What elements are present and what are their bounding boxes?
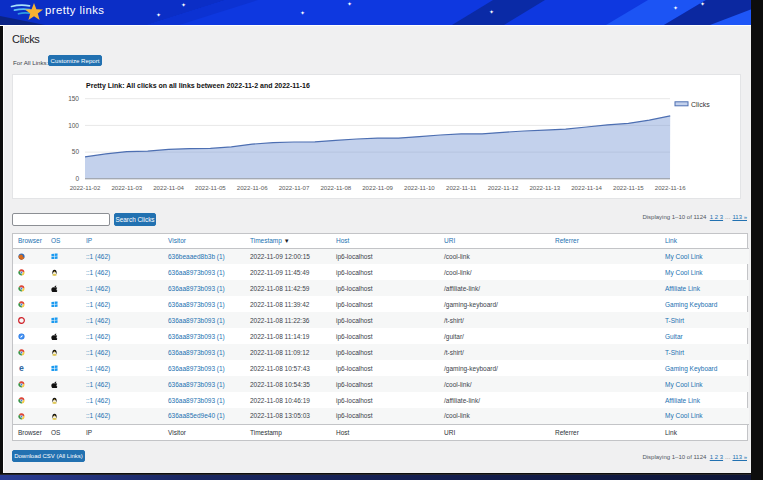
svg-text:2022-11-04: 2022-11-04	[153, 183, 184, 190]
svg-text:100: 100	[68, 121, 79, 128]
svg-text:2022-11-16: 2022-11-16	[655, 183, 686, 190]
svg-text:e: e	[19, 365, 24, 372]
svg-text:2022-11-11: 2022-11-11	[446, 183, 477, 190]
svg-text:2022-11-09: 2022-11-09	[362, 183, 393, 190]
svg-text:150: 150	[68, 95, 79, 102]
svg-text:2022-11-13: 2022-11-13	[529, 183, 560, 190]
svg-text:2022-11-10: 2022-11-10	[404, 183, 435, 190]
svg-text:50: 50	[72, 148, 80, 155]
svg-text:2022-11-14: 2022-11-14	[571, 183, 602, 190]
svg-text:0: 0	[75, 175, 79, 182]
svg-text:2022-11-05: 2022-11-05	[195, 183, 226, 190]
svg-text:Clicks: Clicks	[691, 101, 710, 108]
svg-text:2022-11-15: 2022-11-15	[613, 183, 644, 190]
svg-text:2022-11-03: 2022-11-03	[111, 183, 142, 190]
svg-text:2022-11-02: 2022-11-02	[70, 183, 101, 190]
svg-text:2022-11-08: 2022-11-08	[320, 183, 351, 190]
svg-text:2022-11-07: 2022-11-07	[279, 183, 310, 190]
svg-text:2022-11-12: 2022-11-12	[488, 183, 519, 190]
svg-text:2022-11-06: 2022-11-06	[237, 183, 268, 190]
